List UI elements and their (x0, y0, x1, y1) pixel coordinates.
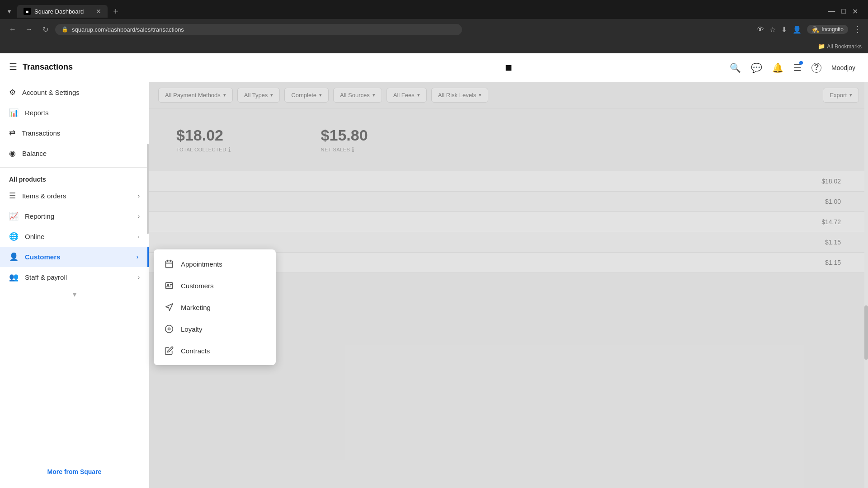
customers-chevron: › (137, 253, 138, 260)
menu-icon[interactable]: ⋮ (854, 24, 862, 34)
sidebar-item-staff-payroll[interactable]: 👥 Staff & payroll › (0, 267, 149, 287)
refresh-btn[interactable]: ↻ (39, 23, 52, 36)
sidebar-divider-1 (0, 167, 149, 168)
header-logo: ■ (505, 61, 512, 75)
bookmarks-label[interactable]: All Bookmarks (827, 43, 862, 50)
close-btn[interactable]: ✕ (852, 7, 858, 16)
balance-icon: ◉ (9, 149, 16, 158)
back-btn[interactable]: ← (6, 23, 19, 36)
customers-dropdown-menu: Appointments Customers (154, 249, 276, 365)
address-bar[interactable]: 🔒 squarup.com/dashboard/sales/transactio… (55, 24, 462, 35)
items-orders-icon: ☰ (9, 191, 16, 201)
svg-rect-4 (166, 282, 173, 288)
profile-icon[interactable]: 👤 (793, 25, 802, 34)
settings-icon: ⚙ (9, 88, 16, 97)
marketing-icon (164, 303, 175, 312)
bookmarks-folder-icon: 📁 (818, 43, 825, 50)
bookmark-icon[interactable]: ☆ (769, 25, 776, 34)
tab-title: Square Dashboard (34, 8, 84, 15)
appointments-icon (164, 259, 175, 268)
customers-icon: 👤 (9, 252, 19, 262)
staff-chevron: › (138, 274, 140, 281)
reporting-chevron: › (138, 213, 140, 220)
sidebar-title: Transactions (23, 62, 73, 72)
sidebar-scrollbar-thumb[interactable] (147, 144, 149, 234)
sidebar-item-reports[interactable]: 📊 Reports (0, 103, 149, 123)
sidebar-item-reporting[interactable]: 📈 Reporting › (0, 206, 149, 226)
minimize-btn[interactable]: — (828, 7, 835, 15)
customers-menu-icon (164, 281, 175, 290)
sidebar-item-transactions[interactable]: ⇄ Transactions (0, 123, 149, 143)
reports-icon: 📊 (9, 108, 19, 117)
more-from-square-btn[interactable]: More from Square (7, 463, 142, 481)
dropdown-item-loyalty[interactable]: Loyalty (154, 318, 276, 340)
header-user[interactable]: Moodjoy (831, 64, 855, 71)
sidebar-scroll-down: ▾ (0, 287, 149, 301)
online-chevron: › (138, 233, 140, 240)
main-scrollbar-thumb[interactable] (864, 305, 868, 360)
svg-point-9 (168, 328, 170, 330)
sidebar-item-balance[interactable]: ◉ Balance (0, 143, 149, 164)
active-tab[interactable]: ■ Square Dashboard ✕ (17, 5, 108, 18)
main-area: ■ 🔍 💬 🔔 ☰ ? Moodjoy All Payment Methods … (149, 53, 868, 488)
all-products-label: All products (0, 171, 149, 186)
items-orders-chevron: › (138, 192, 140, 199)
svg-point-5 (167, 284, 169, 286)
sidebar-item-account-settings[interactable]: ⚙ Account & Settings (0, 82, 149, 103)
incognito-badge: 🕵 Incognito (807, 25, 848, 34)
dropdown-item-contracts[interactable]: Contracts (154, 340, 276, 361)
tab-favicon: ■ (24, 8, 31, 15)
transactions-icon: ⇄ (9, 128, 15, 138)
notification-badge (799, 61, 803, 65)
sidebar-header: ☰ Transactions (0, 53, 149, 80)
header-search-icon[interactable]: 🔍 (730, 62, 741, 73)
dropdown-item-appointments[interactable]: Appointments (154, 253, 276, 275)
reporting-icon: 📈 (9, 211, 19, 221)
more-from-square-section: More from Square (0, 458, 149, 488)
loyalty-icon (164, 324, 175, 333)
hamburger-icon[interactable]: ☰ (9, 61, 17, 72)
sidebar: ☰ Transactions ⚙ Account & Settings 📊 Re… (0, 53, 149, 488)
browser-chrome: ▾ ■ Square Dashboard ✕ + — □ ✕ ← → ↻ 🔒 s… (0, 0, 868, 53)
tab-history-btn[interactable]: ▾ (4, 6, 14, 17)
sidebar-item-online[interactable]: 🌐 Online › (0, 226, 149, 247)
header-help-icon[interactable]: ? (811, 63, 821, 73)
forward-btn[interactable]: → (23, 23, 35, 36)
svg-rect-0 (166, 261, 173, 267)
staff-icon: 👥 (9, 272, 19, 282)
contracts-icon (164, 346, 175, 355)
sidebar-scrollbar-track (147, 53, 149, 488)
lock-icon: 🔒 (61, 26, 68, 33)
header-list-icon-wrapper[interactable]: ☰ (793, 62, 802, 73)
app-container: ☰ Transactions ⚙ Account & Settings 📊 Re… (0, 53, 868, 488)
sidebar-item-items-orders[interactable]: ☰ Items & orders › (0, 186, 149, 206)
url-text: squarup.com/dashboard/sales/transactions (72, 26, 184, 33)
tab-close-icon[interactable]: ✕ (96, 8, 101, 15)
download-icon[interactable]: ⬇ (781, 25, 787, 34)
header-bell-icon[interactable]: 🔔 (772, 62, 783, 73)
header-chat-icon[interactable]: 💬 (751, 62, 762, 73)
new-tab-btn[interactable]: + (109, 5, 122, 18)
restore-btn[interactable]: □ (841, 7, 846, 15)
dropdown-item-customers[interactable]: Customers (154, 275, 276, 296)
main-scrollbar[interactable] (864, 82, 868, 488)
dropdown-item-marketing[interactable]: Marketing (154, 296, 276, 318)
sidebar-nav: ⚙ Account & Settings 📊 Reports ⇄ Transac… (0, 80, 149, 458)
online-icon: 🌐 (9, 232, 19, 241)
eye-off-icon: 👁 (757, 25, 764, 33)
sidebar-item-customers[interactable]: 👤 Customers › (0, 247, 149, 267)
app-header: ■ 🔍 💬 🔔 ☰ ? Moodjoy (149, 53, 868, 82)
